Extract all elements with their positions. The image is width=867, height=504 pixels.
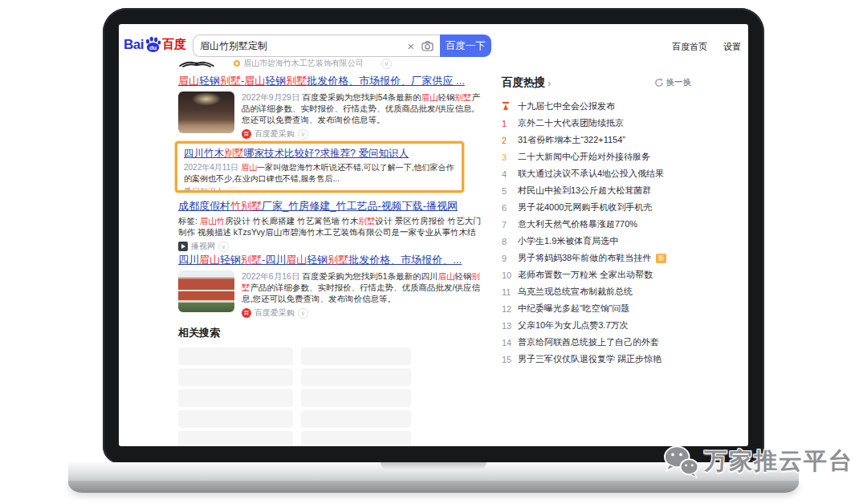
hot-rank: 13 (502, 321, 513, 331)
watermark-text: 万家推云平台 (704, 445, 853, 478)
search-query-text: 眉山竹别墅定制 (200, 39, 407, 53)
hot-item-label[interactable]: 乌克兰现总统宣布制裁前总统 (518, 286, 633, 298)
hot-search-item[interactable]: 十九届七中全会公报发布 (502, 98, 691, 115)
link-settings[interactable]: 设置 (723, 41, 741, 53)
result-title[interactable]: 四川眉山轻钢别墅-四川眉山轻钢别墅批发价格、市场报价、... (178, 254, 482, 266)
laptop-base-bottom (68, 481, 799, 493)
wechat-icon (663, 445, 700, 478)
hot-search-item[interactable]: 4 联大通过决议不承认4地公投入俄结果 热 (502, 165, 691, 182)
hot-search-item[interactable]: 1 京外二十大代表团陆续抵京 热 (502, 115, 691, 132)
hot-search-item[interactable]: 14 普京给阿联酋总统披上了自己的外套 (502, 334, 691, 351)
hot-search-item[interactable]: 9 男子将妈妈38年前做的布鞋当挂件 新 (502, 250, 691, 266)
hot-rank: 11 (502, 287, 513, 297)
result-title[interactable]: 眉山轻钢别墅-眉山轻钢别墅批发价格、市场报价、厂家供应 ... (178, 75, 482, 87)
search-input[interactable]: 眉山竹别墅定制 × (193, 35, 440, 57)
laptop-base-notch (381, 462, 486, 469)
dropdown-icon[interactable]: ∨ (218, 242, 229, 252)
hot-rank: 4 (502, 169, 513, 179)
highlighted-result-box: 四川竹木别墅哪家技术比较好?求推荐? 爱问知识人 2022年4月11日 眉山一家… (175, 141, 464, 193)
related-search-pill[interactable] (301, 410, 411, 428)
hot-search-item[interactable]: 6 男子花4000元网购手机收到手机壳 (502, 199, 691, 216)
result-title[interactable]: 四川竹木别墅哪家技术比较好?求推荐? 爱问知识人 (184, 148, 455, 160)
hot-search-title[interactable]: 百度热搜 (502, 75, 545, 90)
hot-rank: 1 (502, 119, 513, 128)
hot-badge: 新 (656, 254, 666, 263)
result-thumbnail-room[interactable] (178, 91, 234, 133)
result-source-label[interactable]: 爱问知识人 (184, 186, 224, 193)
related-search-pill[interactable] (301, 431, 411, 446)
hot-rank: 14 (502, 338, 513, 348)
result-description: 2022年6月16日 百度爱采购为您找到51条最新的四川眉山轻钢别墅产品的详细参… (242, 270, 482, 304)
clear-icon[interactable]: × (407, 40, 414, 52)
chevron-right-icon: › (547, 77, 551, 89)
browser-viewport: Bai du 百度 眉山竹别墅定制 × (119, 24, 748, 446)
hot-search-item[interactable]: 8 小学生1.9米被体育局选中 (502, 233, 691, 250)
hot-search-list: 十九届七中全会公报发布 1 京外二十大代表团陆续抵京 热 2 31省份昨增本土“… (502, 98, 691, 368)
result-source-label[interactable]: 百度爱采购 (254, 128, 295, 140)
search-result-4: 四川眉山轻钢别墅-四川眉山轻钢别墅批发价格、市场报价、... 2022年6月16… (178, 254, 482, 319)
camera-icon[interactable] (421, 40, 434, 51)
wings-logo-icon (178, 59, 215, 69)
related-search-pill[interactable] (301, 389, 411, 407)
aicaigou-icon: 百 (242, 308, 251, 318)
baidu-paw-icon: du (144, 36, 161, 53)
related-searches-grid (178, 348, 482, 446)
result-title[interactable]: 成都度假村竹别墅厂家_竹房修建_竹工艺品-视频下载-播视网 (178, 200, 482, 212)
hot-rank: 10 (502, 270, 513, 280)
baidu-logo[interactable]: Bai du 百度 (124, 36, 186, 53)
partial-company-name[interactable]: 眉山市碧海竹木工艺装饰有限公司 (233, 58, 364, 69)
dropdown-icon[interactable]: ∨ (381, 59, 392, 69)
dropdown-icon[interactable]: ∨ (227, 187, 238, 193)
result-source-label[interactable]: 百度爱采购 (254, 307, 295, 319)
related-search-pill[interactable] (178, 389, 293, 407)
hot-rank: 9 (502, 254, 513, 263)
hot-item-label[interactable]: 意大利天然气价格暴涨超770% (518, 218, 637, 230)
hot-rank: 3 (502, 152, 513, 162)
related-search-pill[interactable] (178, 431, 293, 446)
hot-item-label[interactable]: 村民山中捡到13公斤超大松茸菌群 (518, 185, 651, 197)
partial-result-row: 眉山市碧海竹木工艺装饰有限公司 ∨ (178, 55, 482, 72)
related-search-pill[interactable] (301, 368, 411, 386)
hot-search-item[interactable]: 7 意大利天然气价格暴涨超770% (502, 216, 691, 233)
hot-search-item[interactable]: 3 二十大新闻中心开始对外接待服务 (502, 148, 691, 165)
result-description: 2022年9月29日 百度爱采购为您找到54条最新的眉山轻钢别墅产品的详细参数、… (242, 91, 482, 125)
hot-item-label[interactable]: 男子花4000元网购手机收到手机壳 (518, 201, 652, 213)
hot-item-label[interactable]: 中纪委曝光多起“吃空饷”问题 (518, 303, 629, 315)
hot-item-label[interactable]: 31省份昨增本土“322+1154” (518, 134, 625, 146)
hot-item-label[interactable]: 京外二十大代表团陆续抵京 (518, 117, 624, 129)
result-source-label[interactable]: 播视网 (191, 241, 215, 252)
hot-rank: 12 (502, 304, 513, 314)
related-search-pill[interactable] (178, 368, 293, 386)
hot-rank: 2 (502, 136, 513, 145)
hot-search-item[interactable]: 2 31省份昨增本土“322+1154” 热 (502, 132, 691, 148)
hot-item-label[interactable]: 父亲10年为女儿点赞3.7万次 (518, 319, 629, 331)
hot-item-label[interactable]: 男子将妈妈38年前做的布鞋当挂件 (518, 252, 651, 264)
hot-search-item[interactable]: 5 村民山中捡到13公斤超大松茸菌群 (502, 182, 691, 199)
hot-rank: 5 (502, 186, 513, 196)
hot-search-item[interactable]: 15 男子三军仪仗队退役复学 踢正步惊艳 (502, 351, 691, 368)
related-search-pill[interactable] (178, 348, 293, 365)
result-description: 标签: 眉山竹房设计 竹长廊搭建 竹艺篱笆墙 竹木别墅设计 景区竹房报价 竹艺大… (178, 215, 482, 238)
dropdown-icon[interactable]: ∨ (298, 308, 308, 319)
hot-item-label[interactable]: 男子三军仪仗队退役复学 踢正步惊艳 (518, 353, 661, 365)
hot-search-panel: 百度热搜 › 换一换 十九届七中全会公报发布 (502, 75, 691, 368)
hot-item-label[interactable]: 小学生1.9米被体育局选中 (518, 235, 618, 247)
search-button[interactable]: 百度一下 (440, 35, 491, 57)
hot-search-item[interactable]: 11 乌克兰现总统宣布制裁前总统 热 (502, 283, 691, 300)
related-search-pill[interactable] (178, 410, 293, 428)
related-search-pill[interactable] (301, 348, 411, 365)
result-thumbnail-villa[interactable] (178, 270, 234, 312)
refresh-button[interactable]: 换一换 (654, 77, 692, 88)
link-baidu-home[interactable]: 百度首页 (672, 41, 707, 53)
header-links: 百度首页 设置 (672, 41, 741, 53)
hot-item-label[interactable]: 二十大新闻中心开始对外接待服务 (518, 151, 650, 163)
hot-item-label[interactable]: 联大通过决议不承认4地公投入俄结果 (518, 168, 664, 180)
dropdown-icon[interactable]: ∨ (298, 129, 308, 140)
refresh-icon (654, 78, 664, 87)
hot-search-item[interactable]: 13 父亲10年为女儿点赞3.7万次 (502, 317, 691, 334)
hot-item-label[interactable]: 普京给阿联酋总统披上了自己的外套 (518, 336, 659, 348)
hot-item-label[interactable]: 老师布置数一万粒米 全家出动帮数 (518, 269, 653, 281)
hot-item-label[interactable]: 十九届七中全会公报发布 (518, 100, 615, 112)
hot-search-item[interactable]: 10 老师布置数一万粒米 全家出动帮数 热 (502, 266, 691, 283)
hot-search-item[interactable]: 12 中纪委曝光多起“吃空饷”问题 (502, 300, 691, 317)
